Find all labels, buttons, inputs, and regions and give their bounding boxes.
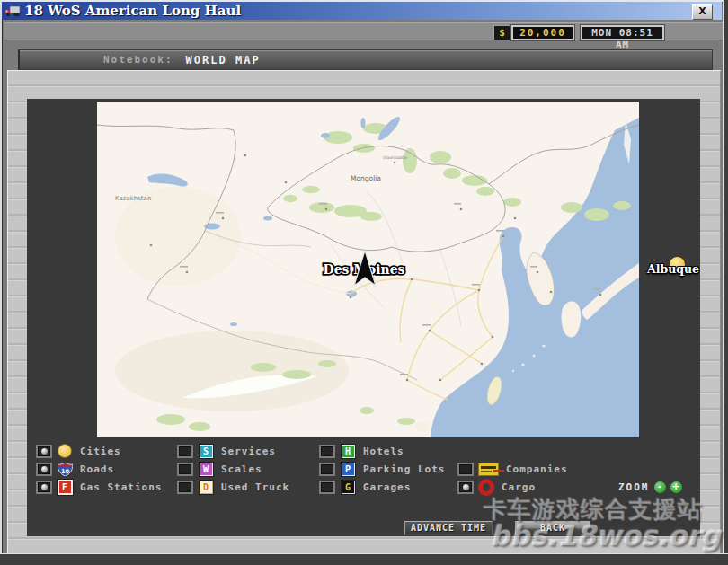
clock-display: MON 08:51 AM — [581, 25, 664, 40]
legend-item-roads: 10 Roads — [36, 461, 114, 477]
hotels-label: Hotels — [363, 446, 404, 457]
close-button[interactable]: X — [692, 4, 713, 20]
legend-item-scales: W Scales — [177, 461, 262, 477]
gas-stations-icon: F — [58, 480, 73, 495]
scales-icon: W — [200, 463, 213, 476]
parking-label: Parking Lots — [363, 463, 445, 475]
zoom-label: ZOOM — [618, 481, 650, 493]
hotels-icon: H — [342, 445, 355, 458]
used-truck-checkbox[interactable] — [177, 481, 193, 494]
legend-item-parking: P Parking Lots — [319, 461, 445, 477]
back-button[interactable]: BACK — [515, 521, 590, 535]
kazakhstan-label: Kazakhstan — [115, 195, 151, 202]
page-title: WORLD MAP — [186, 54, 261, 66]
mongolia-label: Mongolia — [351, 174, 381, 182]
advance-time-button[interactable]: ADVANCE TIME — [404, 521, 493, 535]
cities-icon — [58, 444, 72, 458]
garages-checkbox[interactable] — [319, 481, 335, 494]
roads-checkbox[interactable] — [36, 463, 52, 476]
garages-icon: G — [342, 481, 355, 494]
gas-checkbox[interactable] — [36, 481, 52, 494]
city-marker-label: Albuque — [647, 262, 699, 276]
zoom-control: ZOOM - + — [618, 481, 682, 493]
legend-item-hotels: H Hotels — [319, 443, 404, 459]
zoom-in-button[interactable]: + — [670, 481, 682, 493]
cargo-ring-icon — [478, 479, 494, 496]
window-edge-bottom — [0, 553, 728, 565]
parking-icon: P — [342, 463, 355, 476]
window-edge-right — [723, 0, 728, 565]
parking-checkbox[interactable] — [319, 463, 335, 476]
hotels-checkbox[interactable] — [319, 445, 335, 458]
titlebar[interactable]: 18 WoS American Long Haul X — [2, 2, 722, 20]
garages-label: Garages — [363, 481, 411, 493]
game-window: 18 WoS American Long Haul X $ 20,000 MON… — [0, 0, 728, 565]
zoom-out-button[interactable]: - — [654, 481, 666, 493]
scales-checkbox[interactable] — [177, 463, 193, 476]
gas-label: Gas Stations — [80, 481, 162, 493]
used-truck-label: Used Truck — [221, 481, 289, 493]
services-label: Services — [221, 446, 276, 457]
cities-label: Cities — [80, 446, 121, 457]
scales-label: Scales — [221, 463, 262, 475]
world-map[interactable]: Kazakhstan Mongolia Ulaanbaatar Des Moin… — [97, 102, 639, 437]
svg-text:10: 10 — [60, 467, 69, 474]
legend-item-cities: Cities — [36, 443, 121, 459]
city-marker-albuquerque[interactable]: Albuque — [645, 254, 701, 281]
company-logo-icon — [478, 463, 499, 476]
legend-item-used-truck: D Used Truck — [177, 479, 289, 495]
cargo-label: Cargo — [502, 481, 536, 493]
legend-item-gas: F Gas Stations — [36, 479, 162, 495]
truck-icon — [4, 4, 21, 18]
roads-label: Roads — [80, 463, 114, 475]
notebook-label: Notebook: — [103, 54, 173, 66]
companies-label: Companies — [506, 463, 568, 475]
companies-checkbox[interactable] — [457, 463, 474, 476]
ulaanbaatar-label: Ulaanbaatar — [383, 155, 408, 160]
legend-item-garages: G Garages — [319, 479, 411, 495]
legend-item-companies: Companies — [457, 461, 568, 477]
services-checkbox[interactable] — [177, 445, 193, 458]
cities-checkbox[interactable] — [36, 445, 52, 458]
used-truck-icon: D — [200, 481, 213, 494]
notebook-header: Notebook: WORLD MAP — [18, 49, 713, 70]
money-display: 20,000 — [511, 25, 574, 40]
cargo-checkbox[interactable] — [457, 481, 474, 494]
legend-item-services: S Services — [177, 443, 276, 459]
currency-symbol: $ — [493, 25, 510, 40]
services-icon: S — [200, 445, 213, 458]
interstate-shield-icon: 10 — [58, 463, 73, 476]
legend-item-cargo: Cargo — [457, 479, 536, 495]
window-title: 18 WoS American Long Haul — [24, 3, 241, 19]
